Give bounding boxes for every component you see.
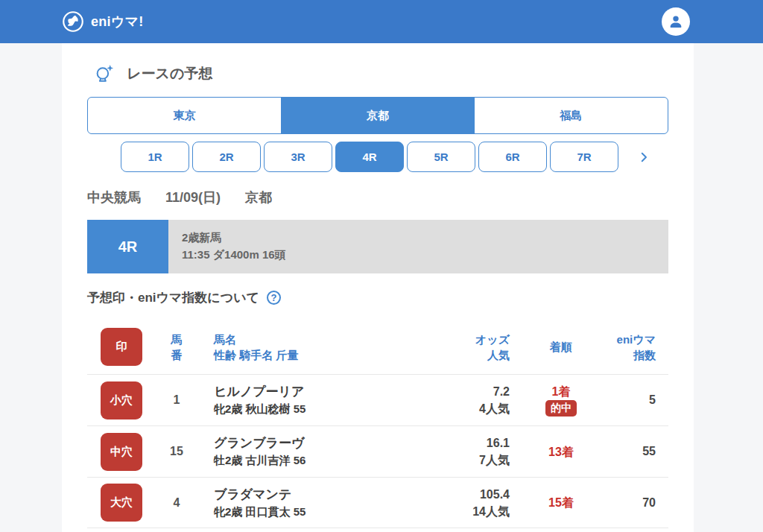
top-bar: eniウマ! [0,0,763,43]
table-row: 中穴 15 グランブラーヴ 牡2歳 古川吉洋 56 16.1 7人気 13着 5… [87,425,668,477]
about-heading: 予想印・eniウマ指数について [87,289,259,306]
section-title-row: レースの予想 [95,63,668,85]
hit-badge: 的中 [545,400,577,417]
cell-horse-name: ヒルノプーリア 牝2歳 秋山稔樹 55 [211,383,453,417]
odds-value: 105.4 [453,486,510,503]
race-tab-2r[interactable]: 2R [192,142,261,172]
cell-mark: 大穴 [101,484,142,522]
table-header-row: 印 馬 番 馬名 性齢 騎手名 斤量 オッズ 人気 着順 eniウマ 指数 [87,320,668,374]
cell-odds: 7.2 4人気 [453,383,528,417]
prediction-table: 印 馬 番 馬名 性齢 騎手名 斤量 オッズ 人気 着順 eniウマ 指数 [87,320,668,528]
brand-title: eniウマ! [91,13,144,31]
cell-horse-number: 1 [142,393,211,407]
cell-mark: 小穴 [101,381,142,419]
horse-details: 牝2歳 秋山稔樹 55 [214,401,453,417]
page-title: レースの予想 [127,64,212,83]
cell-horse-number: 4 [142,496,211,510]
help-icon[interactable]: ? [267,291,281,305]
cell-odds: 16.1 7人気 [453,434,528,469]
crystal-ball-icon [95,63,115,84]
result-value: 13着 [528,444,595,460]
person-icon [667,13,685,31]
table-row: 小穴 1 ヒルノプーリア 牝2歳 秋山稔樹 55 7.2 4人気 1着 的中 5 [87,374,668,425]
cell-result: 1着 的中 [528,384,595,417]
mark-header-badge: 印 [101,328,142,366]
cell-horse-name: ブラダマンテ 牝2歳 田口貫太 55 [211,486,453,520]
header-odds: オッズ 人気 [453,332,528,363]
horse-logo-icon [62,10,84,33]
header-index: eniウマ 指数 [595,332,668,363]
race-info-body: 2歳新馬 11:35 ダ1400m 16頭 [168,220,668,273]
race-tab-6r[interactable]: 6R [478,142,547,172]
horse-name: ブラダマンテ [214,486,453,504]
venue-tab-tokyo[interactable]: 東京 [88,98,281,133]
popularity-value: 14人気 [453,503,510,520]
table-row: 大穴 4 ブラダマンテ 牝2歳 田口貫太 55 105.4 14人気 15着 7… [87,477,668,528]
race-tab-4r[interactable]: 4R [335,142,404,172]
main-card: レースの予想 東京 京都 福島 1R 2R 3R 4R 5R 6R 7R 中央競… [62,43,694,532]
race-round-bar: 1R 2R 3R 4R 5R 6R 7R [121,141,668,173]
mark-badge: 中穴 [101,433,142,471]
horse-details: 牡2歳 古川吉洋 56 [214,452,453,469]
cell-horse-name: グランブラーヴ 牡2歳 古川吉洋 56 [211,434,453,469]
race-meta-organization: 中央競馬 [87,189,141,206]
brand-logo[interactable]: eniウマ! [62,10,144,33]
horse-name: ヒルノプーリア [214,383,453,401]
mark-badge: 小穴 [101,381,142,419]
result-value: 15着 [528,495,595,510]
popularity-value: 7人気 [453,452,510,469]
venue-tab-bar: 東京 京都 福島 [87,97,668,134]
cell-result: 13着 [528,444,595,460]
race-tab-5r[interactable]: 5R [407,142,475,172]
odds-value: 7.2 [453,383,510,400]
odds-value: 16.1 [453,434,510,452]
header-result: 着順 [528,339,595,355]
race-number-badge: 4R [87,220,168,273]
result-value: 1着 [528,384,595,399]
account-button[interactable] [662,7,690,36]
race-meta-venue: 京都 [245,189,272,206]
about-row: 予想印・eniウマ指数について ? [87,288,668,306]
horse-name: グランブラーヴ [214,434,453,452]
cell-odds: 105.4 14人気 [453,486,528,520]
race-tab-1r[interactable]: 1R [121,142,189,172]
header-mark: 印 [101,328,142,366]
cell-result: 15着 [528,495,595,510]
cell-horse-number: 15 [142,445,211,458]
race-info-box: 4R 2歳新馬 11:35 ダ1400m 16頭 [87,220,668,273]
race-details: 11:35 ダ1400m 16頭 [182,248,668,262]
popularity-value: 4人気 [453,400,510,417]
cell-index: 70 [595,496,668,510]
mark-badge: 大穴 [101,484,142,522]
cell-mark: 中穴 [101,433,142,471]
venue-tab-kyoto[interactable]: 京都 [281,98,474,133]
horse-details: 牝2歳 田口貫太 55 [214,504,453,520]
race-tab-7r[interactable]: 7R [550,142,618,172]
race-meta: 中央競馬 11/09(日) 京都 [87,189,668,206]
venue-tab-fukushima[interactable]: 福島 [475,98,668,133]
cell-index: 55 [595,445,668,458]
race-name: 2歳新馬 [182,231,668,245]
race-tab-3r[interactable]: 3R [264,142,332,172]
cell-index: 5 [595,393,668,407]
header-horse-name: 馬名 性齢 騎手名 斤量 [211,332,453,363]
race-meta-date: 11/09(日) [165,189,221,206]
header-horse-number: 馬 番 [142,332,211,363]
chevron-right-icon[interactable] [637,151,650,164]
